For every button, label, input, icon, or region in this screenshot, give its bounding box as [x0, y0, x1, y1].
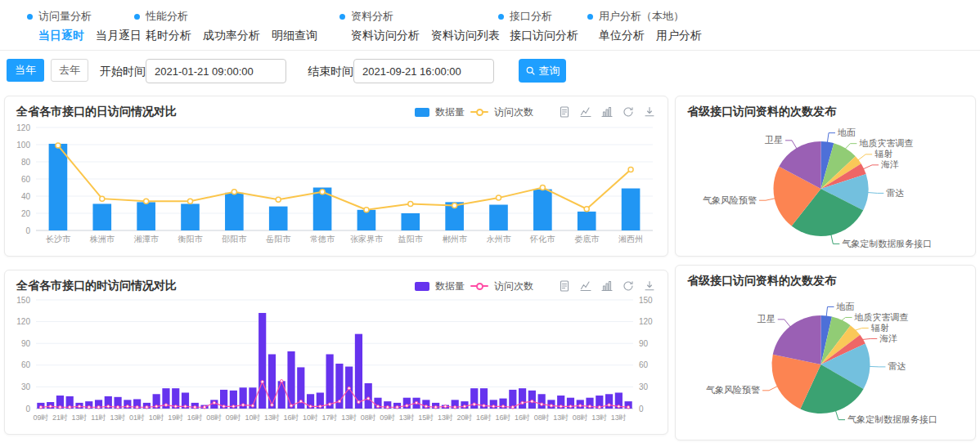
restore-icon[interactable]: [622, 279, 635, 293]
svg-text:卫星: 卫星: [757, 314, 775, 324]
start-time-label: 开始时间:: [100, 59, 149, 83]
line-legend-label[interactable]: 访问次数: [494, 279, 533, 293]
line-legend-swatch-icon[interactable]: [470, 282, 488, 291]
svg-text:16时: 16时: [284, 413, 299, 422]
svg-text:30: 30: [21, 382, 31, 391]
bar-legend-swatch-icon[interactable]: [415, 282, 429, 291]
svg-text:13时: 13时: [553, 413, 569, 422]
svg-text:0: 0: [25, 405, 30, 413]
svg-text:株洲市: 株洲市: [89, 235, 115, 244]
nav-group-interface-analysis: 接口分析 接口访问分析: [498, 9, 578, 43]
nav-group-label: 用户分析（本地）: [599, 9, 684, 24]
svg-text:地面: 地面: [836, 302, 855, 311]
bar-legend-swatch-icon[interactable]: [415, 108, 429, 117]
nav-group-title: 访问量分析: [27, 9, 142, 24]
nav-item-detail-query[interactable]: 明细查询: [272, 29, 317, 43]
svg-text:09时: 09时: [33, 413, 48, 422]
svg-text:岳阳市: 岳阳市: [265, 235, 291, 244]
dashboard-content: 全省各市接口的日访问情况对比 数据量 访问次数 020406080100120长…: [0, 91, 980, 440]
svg-text:郴州市: 郴州市: [443, 235, 468, 244]
nav-item-data-access-analysis[interactable]: 资料访问分析: [351, 29, 420, 43]
svg-text:80: 80: [21, 158, 31, 167]
svg-text:15时: 15时: [418, 413, 434, 422]
nav-item-user-analysis[interactable]: 用户分析: [656, 29, 702, 43]
svg-text:01时: 01时: [129, 413, 145, 422]
nav-item-hourly-today[interactable]: 当日逐时: [38, 29, 84, 43]
daily-compare-card: 全省各市接口的日访问情况对比 数据量 访问次数 020406080100120长…: [4, 96, 668, 257]
svg-text:气象风险预警: 气象风险预警: [706, 385, 760, 395]
nav-bullet-icon: [134, 14, 140, 20]
search-icon: [525, 65, 536, 76]
search-button[interactable]: 查询: [519, 59, 566, 83]
nav-item-success-rate[interactable]: 成功率分析: [203, 29, 260, 43]
svg-text:17时: 17时: [322, 413, 338, 422]
svg-text:100: 100: [16, 141, 30, 150]
nav-bullet-icon: [587, 14, 593, 20]
download-icon[interactable]: [643, 105, 656, 118]
svg-text:10时: 10时: [245, 413, 260, 422]
bar-chart-icon[interactable]: [600, 105, 614, 118]
svg-text:0: 0: [639, 405, 644, 413]
svg-text:60: 60: [21, 360, 31, 369]
bar-chart-icon[interactable]: [600, 279, 614, 293]
svg-text:20时: 20时: [456, 413, 472, 422]
line-legend-swatch-icon[interactable]: [470, 108, 488, 117]
chart-toolbox: [558, 279, 656, 293]
hourly-bar-line-chart: 0030306060909012012015015009时21时13时11时13…: [5, 293, 668, 427]
svg-text:怀化市: 怀化市: [529, 235, 555, 244]
bar-legend-label[interactable]: 数据量: [435, 279, 465, 293]
data-view-icon[interactable]: [558, 279, 571, 293]
svg-text:30: 30: [639, 382, 649, 391]
svg-text:40: 40: [21, 192, 31, 201]
svg-text:辐射: 辐射: [871, 323, 889, 333]
svg-text:10时: 10时: [303, 413, 318, 422]
download-icon[interactable]: [643, 279, 656, 293]
end-time-label: 结束时间:: [308, 59, 357, 83]
nav-bullet-icon: [339, 14, 345, 20]
nav-group-label: 性能分析: [146, 9, 188, 24]
last-year-button[interactable]: 去年: [51, 59, 88, 82]
svg-text:13时: 13时: [399, 413, 415, 422]
nav-item-data-access-list[interactable]: 资料访问列表: [431, 29, 500, 43]
svg-text:卫星: 卫星: [764, 135, 783, 145]
svg-text:13时: 13时: [438, 413, 453, 422]
line-chart-icon[interactable]: [579, 279, 592, 293]
svg-text:21时: 21时: [52, 413, 68, 422]
svg-text:13时: 13时: [71, 413, 87, 422]
line-chart-icon[interactable]: [579, 105, 592, 118]
line-legend-label[interactable]: 访问次数: [494, 105, 533, 119]
nav-group-title: 接口分析: [498, 9, 578, 24]
svg-text:20: 20: [21, 209, 31, 218]
nav-group-visit-analysis: 访问量分析 当日逐时 当月逐日: [27, 9, 142, 43]
province-pie-card-hourly: 省级接口访问资料的次数发布 地面地质灾害调查辐射海洋雷达气象定制数据服务接口气象…: [675, 265, 976, 440]
svg-text:湘潭市: 湘潭市: [134, 235, 160, 244]
hourly-compare-card: 全省各市接口的时访问情况对比 数据量 访问次数 0030306060909012…: [4, 270, 668, 435]
svg-text:120: 120: [16, 123, 30, 132]
svg-text:衡阳市: 衡阳市: [178, 235, 204, 244]
nav-group-title: 资料分析: [339, 9, 500, 24]
svg-text:13时: 13时: [591, 413, 607, 422]
svg-text:13时: 13时: [264, 413, 280, 422]
nav-item-interface-access-analysis[interactable]: 接口访问分析: [510, 29, 578, 43]
province-access-pie-chart: 地面地质灾害调查辐射海洋雷达气象定制数据服务接口气象风险预警卫星: [676, 288, 975, 436]
svg-text:地质灾害调查: 地质灾害调查: [854, 312, 909, 322]
search-button-label: 查询: [539, 64, 560, 78]
nav-group-label: 接口分析: [510, 9, 552, 24]
end-time-input[interactable]: [353, 59, 494, 83]
svg-text:13时: 13时: [110, 413, 126, 422]
svg-text:张家界市: 张家界市: [350, 235, 384, 244]
data-view-icon[interactable]: [558, 105, 571, 118]
daily-bar-line-chart: 020406080100120长沙市株洲市湘潭市衡阳市邵阳市岳阳市常德市张家界市…: [5, 119, 668, 248]
restore-icon[interactable]: [622, 105, 635, 118]
nav-item-time-cost[interactable]: 耗时分析: [146, 29, 191, 43]
bar-legend-label[interactable]: 数据量: [435, 105, 465, 119]
svg-text:08时: 08时: [534, 413, 550, 422]
svg-text:16时: 16时: [476, 413, 492, 422]
svg-text:13时: 13时: [611, 413, 627, 422]
start-time-input[interactable]: [146, 59, 286, 83]
svg-text:地质灾害调查: 地质灾害调查: [858, 138, 913, 148]
this-year-button[interactable]: 当年: [7, 59, 44, 82]
filter-bar: 当年 去年 开始时间: 结束时间: 查询: [0, 51, 980, 91]
svg-text:气象定制数据服务接口: 气象定制数据服务接口: [842, 239, 932, 248]
nav-item-unit-analysis[interactable]: 单位分析: [599, 29, 645, 43]
